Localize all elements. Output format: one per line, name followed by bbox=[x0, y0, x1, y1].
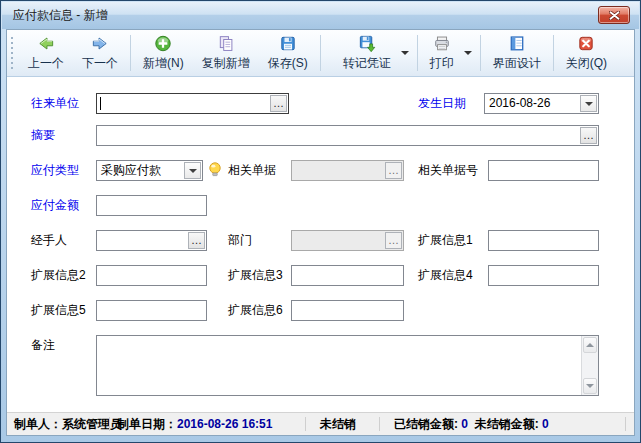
payable-type-label: 应付类型 bbox=[31, 160, 79, 181]
created-date-label: 制单日期： bbox=[117, 417, 177, 431]
occur-date-combo[interactable]: 2016-08-26 bbox=[484, 93, 599, 114]
chevron-down-icon bbox=[464, 51, 472, 55]
handler-lookup-button[interactable]: … bbox=[188, 232, 205, 249]
related-doc-input bbox=[292, 161, 384, 180]
creator-value: 系统管理员 bbox=[62, 417, 122, 431]
toolbar-separator bbox=[130, 35, 131, 71]
payable-type-combo[interactable]: 采购应付款 bbox=[96, 160, 203, 181]
status-separator bbox=[379, 417, 380, 431]
post-voucher-label: 转记凭证 bbox=[343, 55, 391, 72]
settled-amount-label: 已结销金额: bbox=[394, 417, 458, 431]
ext1-input[interactable] bbox=[488, 230, 599, 251]
ext4-label: 扩展信息4 bbox=[418, 265, 473, 286]
partner-field: … bbox=[96, 93, 289, 114]
toolbar-grip-handle[interactable] bbox=[10, 36, 17, 70]
next-button[interactable]: 下一个 bbox=[73, 32, 127, 74]
post-voucher-icon bbox=[357, 34, 377, 53]
close-red-icon bbox=[576, 34, 596, 53]
status-separator bbox=[625, 417, 626, 431]
unsettled-amount-label: 未结销金额: bbox=[475, 417, 539, 431]
ext6-label: 扩展信息6 bbox=[228, 300, 283, 321]
ext3-input[interactable] bbox=[291, 265, 404, 286]
window-title: 应付款信息 - 新增 bbox=[13, 7, 108, 24]
settled-amount-value: 0 bbox=[461, 417, 468, 431]
related-doc-lookup-button[interactable]: … bbox=[385, 162, 402, 179]
close-label: 关闭(Q) bbox=[566, 55, 607, 72]
related-doc-no-label: 相关单据号 bbox=[418, 160, 478, 181]
partner-lookup-button[interactable]: … bbox=[270, 95, 287, 112]
related-doc-field: … bbox=[291, 160, 404, 181]
arrow-left-icon bbox=[36, 34, 56, 53]
creator-status: 制单人：系统管理员 bbox=[14, 413, 122, 435]
payable-amount-input[interactable] bbox=[96, 195, 207, 216]
copy-new-button[interactable]: 复制新增 bbox=[193, 32, 259, 74]
remark-label: 备注 bbox=[31, 335, 55, 356]
occur-date-value: 2016-08-26 bbox=[489, 94, 550, 115]
related-doc-label: 相关单据 bbox=[228, 160, 276, 181]
window-close-button[interactable] bbox=[598, 6, 630, 24]
department-label: 部门 bbox=[228, 230, 252, 251]
next-label: 下一个 bbox=[82, 55, 118, 72]
partner-input[interactable] bbox=[97, 94, 269, 113]
handler-label: 经手人 bbox=[31, 230, 67, 251]
triangle-up-icon bbox=[586, 343, 594, 347]
ext1-label: 扩展信息1 bbox=[418, 230, 473, 251]
print-button[interactable]: 打印 bbox=[421, 32, 463, 74]
ui-design-label: 界面设计 bbox=[493, 55, 541, 72]
copy-add-icon bbox=[216, 34, 236, 53]
print-icon bbox=[432, 34, 452, 53]
triangle-down-icon bbox=[586, 384, 594, 388]
scroll-up-button[interactable] bbox=[583, 337, 597, 353]
ext2-input[interactable] bbox=[96, 265, 207, 286]
writeoff-status-badge: 未结销 bbox=[320, 413, 356, 435]
remark-scrollbar[interactable] bbox=[581, 336, 598, 395]
toolbar: 上一个 下一个 新增(N) bbox=[7, 30, 634, 77]
handler-input[interactable] bbox=[97, 231, 187, 250]
form-area: 往来单位 … 发生日期 2016-08-26 摘要 … 应付类型 采购应付款 bbox=[7, 77, 634, 412]
toolbar-separator bbox=[417, 35, 418, 71]
payable-type-dropdown-button[interactable] bbox=[184, 162, 201, 179]
save-button[interactable]: 保存(S) bbox=[259, 32, 317, 74]
toolbar-separator bbox=[553, 35, 554, 71]
save-icon bbox=[278, 34, 298, 53]
print-dropdown[interactable] bbox=[463, 32, 477, 74]
department-field: … bbox=[291, 230, 404, 251]
previous-button[interactable]: 上一个 bbox=[19, 32, 73, 74]
department-lookup-button[interactable]: … bbox=[385, 232, 402, 249]
toolbar-separator bbox=[480, 35, 481, 71]
new-label: 新增(N) bbox=[143, 55, 184, 72]
summary-input[interactable] bbox=[97, 126, 579, 145]
ui-design-icon bbox=[507, 34, 527, 53]
post-voucher-dropdown[interactable] bbox=[400, 32, 414, 74]
related-doc-no-input[interactable] bbox=[488, 160, 599, 181]
post-voucher-button[interactable]: 转记凭证 bbox=[334, 32, 400, 74]
chevron-down-icon bbox=[585, 102, 593, 106]
amounts-status: 已结销金额: 0 未结销金额: 0 bbox=[394, 413, 549, 435]
department-input bbox=[292, 231, 384, 250]
close-button[interactable]: 关闭(Q) bbox=[557, 32, 616, 74]
remark-textarea[interactable] bbox=[97, 336, 581, 395]
ext5-input[interactable] bbox=[96, 300, 207, 321]
ext2-label: 扩展信息2 bbox=[31, 265, 86, 286]
ext5-label: 扩展信息5 bbox=[31, 300, 86, 321]
partner-label: 往来单位 bbox=[31, 93, 79, 114]
add-icon bbox=[153, 34, 173, 53]
created-date-value: 2016-08-26 16:51 bbox=[177, 417, 272, 431]
remark-field bbox=[96, 335, 599, 396]
status-separator bbox=[109, 417, 110, 431]
statusbar: 制单人：系统管理员 制单日期：2016-08-26 16:51 未结销 已结销金… bbox=[7, 412, 634, 435]
occur-date-dropdown-button[interactable] bbox=[580, 95, 597, 112]
chevron-down-icon bbox=[189, 169, 197, 173]
new-button[interactable]: 新增(N) bbox=[134, 32, 193, 74]
save-label: 保存(S) bbox=[268, 55, 308, 72]
payable-info-window: 应付款信息 - 新增 上一个 bbox=[0, 0, 641, 443]
scroll-down-button[interactable] bbox=[583, 378, 597, 394]
summary-lookup-button[interactable]: … bbox=[580, 127, 597, 144]
summary-label: 摘要 bbox=[31, 125, 55, 146]
hint-bulb-icon bbox=[206, 160, 224, 180]
ext4-input[interactable] bbox=[488, 265, 599, 286]
close-icon bbox=[609, 11, 620, 20]
ui-design-button[interactable]: 界面设计 bbox=[484, 32, 550, 74]
chevron-down-icon bbox=[401, 51, 409, 55]
ext6-input[interactable] bbox=[291, 300, 404, 321]
